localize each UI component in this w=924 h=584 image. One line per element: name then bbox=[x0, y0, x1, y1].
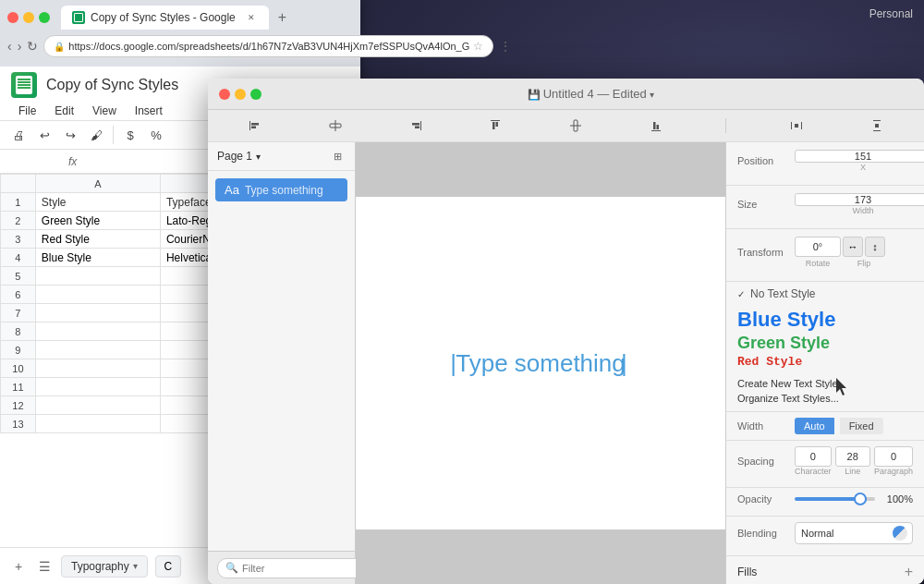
cell-a6[interactable] bbox=[35, 286, 160, 304]
close-button[interactable] bbox=[7, 12, 18, 23]
svg-rect-1 bbox=[251, 123, 259, 126]
rotate-input[interactable] bbox=[795, 237, 841, 257]
new-tab-button[interactable]: + bbox=[273, 9, 292, 26]
maximize-button[interactable] bbox=[39, 12, 50, 23]
svg-rect-6 bbox=[412, 123, 419, 126]
cell-a9[interactable] bbox=[35, 341, 160, 359]
extensions-button[interactable]: ⋮ bbox=[499, 37, 512, 55]
row-header-6: 6 bbox=[1, 286, 36, 304]
align-right-edges-button[interactable] bbox=[406, 116, 426, 136]
cell-a2[interactable]: Green Style bbox=[35, 212, 160, 230]
sheets-logo bbox=[11, 72, 37, 98]
size-width-input[interactable] bbox=[795, 193, 924, 206]
position-x-input[interactable] bbox=[795, 150, 924, 163]
row-header-1: 1 bbox=[1, 193, 36, 212]
cell-a4[interactable]: Blue Style bbox=[35, 249, 160, 267]
flip-vertical-button[interactable]: ↕ bbox=[865, 237, 885, 257]
align-bottom-edges-button[interactable] bbox=[646, 116, 666, 136]
paint-format-button[interactable]: 🖌 bbox=[85, 124, 107, 146]
personal-label: Personal bbox=[869, 7, 913, 20]
fills-section[interactable]: Fills + bbox=[726, 556, 924, 584]
undo-button[interactable]: ↩ bbox=[33, 124, 55, 146]
green-style-option[interactable]: Green Style bbox=[737, 334, 913, 353]
fills-add-button[interactable]: + bbox=[905, 564, 913, 580]
browser-tab[interactable]: Copy of Sync Styles - Google ✕ bbox=[61, 6, 269, 30]
row-header-4: 4 bbox=[1, 249, 36, 267]
cell-a13[interactable] bbox=[35, 415, 160, 433]
design-minimize-button[interactable] bbox=[235, 89, 246, 100]
red-style-option[interactable]: Red Style bbox=[737, 355, 913, 369]
width-auto-button[interactable]: Auto bbox=[795, 418, 834, 434]
align-top-edges-button[interactable] bbox=[485, 116, 505, 136]
sheets-favicon bbox=[72, 11, 85, 24]
distribute-vertically-button[interactable] bbox=[867, 116, 887, 136]
page-selector-chevron-icon: ▾ bbox=[256, 152, 261, 162]
menu-file[interactable]: File bbox=[11, 102, 43, 120]
flip-horizontal-button[interactable]: ↔ bbox=[843, 237, 863, 257]
tab-close-icon[interactable]: ✕ bbox=[245, 11, 258, 24]
search-icon: 🔍 bbox=[225, 562, 238, 574]
copy-tab[interactable]: C bbox=[155, 555, 181, 578]
align-left-edges-button[interactable] bbox=[245, 116, 265, 136]
svg-rect-0 bbox=[249, 121, 250, 130]
back-button[interactable]: ‹ bbox=[7, 37, 12, 55]
cell-a10[interactable] bbox=[35, 359, 160, 378]
cell-a8[interactable] bbox=[35, 322, 160, 341]
cell-a12[interactable] bbox=[35, 396, 160, 415]
align-horizontally-button[interactable] bbox=[325, 116, 346, 136]
cell-a7[interactable] bbox=[35, 304, 160, 322]
design-window-title: 💾 Untitled 4 — Edited ▾ bbox=[269, 87, 913, 101]
opacity-label: Opacity bbox=[737, 493, 789, 505]
canvas-text-element[interactable]: Type something bbox=[456, 349, 626, 378]
svg-rect-9 bbox=[492, 122, 495, 129]
create-text-style-button[interactable]: Create New Text Style bbox=[737, 376, 913, 391]
text-input-bar[interactable]: Aa Type something bbox=[215, 178, 347, 201]
width-fixed-button[interactable]: Fixed bbox=[840, 418, 883, 434]
blending-select[interactable]: Normal Multiply Screen Overlay bbox=[795, 522, 913, 544]
bookmark-icon[interactable]: ☆ bbox=[473, 40, 483, 53]
typography-tab[interactable]: Typography ▾ bbox=[61, 555, 148, 578]
organize-text-styles-button[interactable]: Organize Text Styles... bbox=[737, 391, 913, 406]
cell-a11[interactable] bbox=[35, 378, 160, 396]
filter-search-wrapper: 🔍 bbox=[217, 558, 378, 578]
cell-a1[interactable]: Style bbox=[35, 193, 160, 212]
blue-style-option[interactable]: Blue Style bbox=[737, 308, 913, 332]
cell-a5[interactable] bbox=[35, 267, 160, 286]
panel-expand-button[interactable]: ⊞ bbox=[329, 148, 346, 164]
svg-rect-13 bbox=[651, 130, 661, 131]
forward-button[interactable]: › bbox=[18, 37, 22, 55]
paragraph-spacing-input[interactable] bbox=[874, 446, 913, 467]
character-spacing-group: Character bbox=[795, 446, 832, 476]
address-bar[interactable]: 🔒 https://docs.google.com/spreadsheets/d… bbox=[43, 35, 493, 57]
menu-edit[interactable]: Edit bbox=[47, 102, 81, 120]
menu-insert[interactable]: Insert bbox=[128, 102, 170, 120]
character-spacing-input[interactable] bbox=[795, 446, 832, 467]
svg-rect-4 bbox=[334, 120, 335, 131]
reload-button[interactable]: ↻ bbox=[27, 37, 38, 55]
opacity-slider[interactable] bbox=[795, 497, 875, 501]
design-window: 💾 Untitled 4 — Edited ▾ bbox=[208, 79, 924, 584]
line-spacing-input[interactable] bbox=[835, 446, 870, 467]
currency-button[interactable]: $ bbox=[119, 124, 141, 146]
cell-a3[interactable]: Red Style bbox=[35, 230, 160, 249]
add-sheet-button[interactable]: + bbox=[9, 557, 28, 576]
design-title-separator: — bbox=[597, 87, 613, 101]
design-close-button[interactable] bbox=[219, 89, 230, 100]
sheet-menu-button[interactable]: ☰ bbox=[35, 557, 54, 576]
size-width-label: Width bbox=[795, 206, 924, 215]
col-header-a[interactable]: A bbox=[35, 175, 160, 193]
align-vertically-button[interactable] bbox=[565, 116, 586, 136]
design-titlebar: 💾 Untitled 4 — Edited ▾ bbox=[208, 79, 924, 110]
menu-view[interactable]: View bbox=[85, 102, 124, 120]
canvas-artboard[interactable]: Type something bbox=[356, 197, 725, 529]
design-maximize-button[interactable] bbox=[250, 89, 261, 100]
redo-button[interactable]: ↪ bbox=[59, 124, 81, 146]
no-text-style-indicator: ✓ No Text Style bbox=[737, 287, 913, 300]
page-selector[interactable]: Page 1 ▾ bbox=[217, 150, 261, 163]
print-button[interactable]: 🖨 bbox=[7, 124, 30, 146]
percent-button[interactable]: % bbox=[145, 124, 167, 146]
distribute-horizontally-button[interactable] bbox=[786, 116, 807, 136]
minimize-button[interactable] bbox=[23, 12, 34, 23]
design-canvas[interactable]: Type something bbox=[356, 142, 725, 584]
filter-input[interactable] bbox=[242, 563, 370, 574]
